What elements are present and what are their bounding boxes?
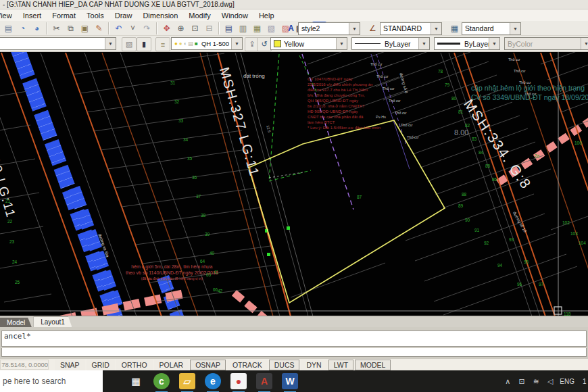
- menu-item-dimension[interactable]: Dimension: [137, 10, 183, 21]
- menu-item-view[interactable]: View: [0, 10, 18, 21]
- workspace-combo[interactable]: ▼: [0, 37, 116, 50]
- file-explorer-icon: ▱: [184, 376, 191, 387]
- status-toggle-osnap[interactable]: OSNAP: [190, 360, 226, 370]
- linetype-value: ByLayer: [385, 40, 411, 48]
- menu-item-tools[interactable]: Tools: [81, 10, 109, 21]
- sheetset-manager-icon[interactable]: ▧: [264, 22, 278, 35]
- menu-item-modify[interactable]: Modify: [183, 10, 216, 21]
- layer-previous-icon[interactable]: ↺: [257, 37, 272, 51]
- dashed-frame-icon[interactable]: ▧: [122, 37, 137, 51]
- match-properties-icon[interactable]: ✎: [92, 22, 106, 35]
- status-toggle-model[interactable]: MODEL: [355, 360, 391, 370]
- menu-item-help[interactable]: Help: [253, 10, 280, 21]
- tab-model[interactable]: Model: [0, 318, 32, 328]
- red-annotation-line: * Lưu ý: Đất 1.5/45km eo: đảm bảo xmin: [308, 125, 381, 130]
- tray-volume-icon[interactable]: ◁: [547, 377, 553, 385]
- publish-icon[interactable]: ◔: [16, 22, 30, 35]
- menu-item-draw[interactable]: Draw: [109, 10, 138, 21]
- table-style-icon[interactable]: ▦: [447, 22, 462, 35]
- linetype-combo[interactable]: ByLayer ▼: [351, 37, 430, 50]
- zoom-window-icon[interactable]: ⊡: [188, 22, 202, 35]
- parcel-number: 82: [465, 124, 470, 128]
- command-input[interactable]: [1, 348, 587, 357]
- red-annotation-line: bs 2/2016: nhà ở nằm CNĐTKT: [308, 103, 381, 109]
- autocad-icon[interactable]: A: [256, 373, 272, 389]
- dim-style-icon[interactable]: ∠: [366, 22, 380, 35]
- paste-icon[interactable]: ▣: [78, 22, 92, 35]
- clock-partial[interactable]: 1: [583, 378, 588, 385]
- status-toggles: SNAPGRIDORTHOPOLAROSNAPOTRACKDUCSDYNLWTM…: [54, 360, 391, 370]
- status-toggle-grid[interactable]: GRID: [87, 360, 115, 370]
- status-toggle-ducs[interactable]: DUCS: [269, 360, 300, 370]
- red-annotation-line: CNĐT b/s các nhà phần đất đã: [308, 114, 381, 120]
- image-frame-icon[interactable]: ▮: [137, 37, 151, 51]
- file-explorer-icon[interactable]: ▱: [179, 373, 195, 389]
- taskbar-search-input[interactable]: pe here to search: [0, 370, 103, 392]
- properties-icon[interactable]: ▤: [222, 22, 236, 35]
- menu-item-insert[interactable]: Insert: [18, 10, 47, 21]
- designcenter-icon[interactable]: ▥: [236, 22, 250, 35]
- menu-item-window[interactable]: Window: [216, 10, 253, 21]
- lineweight-combo[interactable]: ByLayer ▼: [434, 37, 500, 50]
- redo-icon[interactable]: ↷: [140, 22, 154, 35]
- status-toggle-snap[interactable]: SNAP: [55, 360, 85, 370]
- tray-chevron-icon[interactable]: ∧: [505, 377, 510, 385]
- status-toggle-otrack[interactable]: OTRACK: [227, 360, 268, 370]
- text-style-combo[interactable]: style2 ▼: [298, 22, 360, 35]
- photos-app-icon[interactable]: ●: [230, 373, 247, 389]
- pan-icon[interactable]: ✥: [160, 22, 174, 35]
- coccoc-browser-icon[interactable]: c: [153, 373, 170, 389]
- parcel-number: 23: [9, 240, 14, 245]
- undo-dropdown-icon[interactable]: ˅: [126, 22, 140, 35]
- parcel-number: 103: [570, 232, 578, 237]
- edge-browser-icon[interactable]: e: [205, 373, 221, 389]
- status-toggle-lwt[interactable]: LWT: [328, 360, 353, 370]
- sheet-set-icon[interactable]: ▤: [1, 22, 16, 35]
- chevron-down-icon[interactable]: ▼: [231, 38, 242, 49]
- web-icon[interactable]: ◕: [30, 22, 44, 35]
- zoom-realtime-icon[interactable]: ⊕: [174, 22, 188, 35]
- chevron-down-icon[interactable]: ▼: [336, 38, 347, 49]
- layer-lock-icon: ◐: [184, 41, 187, 47]
- chevron-down-icon[interactable]: ▼: [489, 38, 499, 49]
- parcel-number: 91: [474, 228, 479, 233]
- status-toggle-ortho[interactable]: ORTHO: [116, 360, 153, 370]
- chevron-down-icon[interactable]: ▼: [418, 38, 429, 49]
- parcel-number: 83: [472, 137, 476, 142]
- copy-icon[interactable]: ⧉: [64, 22, 78, 35]
- drawing-canvas[interactable]: MSH:327 LG:11MSH:334. G:8MSH:310 LG:11đấ…: [0, 52, 588, 316]
- command-history[interactable]: ancel*: [1, 330, 587, 347]
- parcel-number: 25: [15, 280, 20, 285]
- cut-icon[interactable]: ✂: [49, 22, 64, 35]
- tab-layout1[interactable]: Layout1: [33, 316, 72, 328]
- tool-palettes-icon[interactable]: ▦: [250, 22, 264, 35]
- parcel-use-label: Thổ cư: [407, 136, 418, 140]
- table-style-combo[interactable]: Standard ▼: [462, 22, 521, 35]
- status-toggle-dyn[interactable]: DYN: [301, 360, 326, 370]
- tray-network-icon[interactable]: ≋: [533, 377, 539, 385]
- chevron-down-icon[interactable]: ▼: [510, 23, 520, 34]
- word-icon: W: [285, 376, 294, 387]
- chevron-down-icon[interactable]: ▼: [349, 23, 360, 34]
- dim-style-combo[interactable]: STANDARD ▼: [380, 22, 442, 35]
- language-indicator[interactable]: ENG: [560, 378, 574, 385]
- zoom-previous-icon[interactable]: ⊟: [202, 22, 216, 35]
- chevron-down-icon[interactable]: ▼: [431, 23, 441, 34]
- tray-touchpad-icon[interactable]: ⊡: [518, 377, 524, 385]
- chevron-down-icon[interactable]: ▼: [105, 38, 116, 49]
- parcel-number: 66: [213, 288, 218, 293]
- parcel-number: 94: [497, 264, 502, 268]
- word-icon[interactable]: W: [282, 373, 298, 389]
- text-style-icon[interactable]: A: [284, 22, 298, 35]
- system-tray: ∧⊡≋◁ ENG 1: [501, 377, 588, 386]
- status-toggle-polar[interactable]: POLAR: [154, 360, 189, 370]
- layer-manager-icon[interactable]: ≡: [155, 37, 170, 51]
- red-annotation-line: 23/3/2016 v/v điều chỉnh phương án: [308, 82, 381, 87]
- task-view-icon[interactable]: ▦: [128, 373, 144, 389]
- color-combo[interactable]: Yellow ▼: [270, 37, 347, 50]
- undo-icon[interactable]: ↶: [112, 22, 126, 35]
- styles-toolbar: A style2 ▼ ∠ STANDARD ▼ ▦ Standard ▼: [284, 22, 521, 35]
- menu-item-format[interactable]: Format: [47, 10, 81, 21]
- red-annotation-line: theo vb số 1140/UBND-ĐT ngày 20/02/2018: [126, 270, 218, 276]
- layer-combo[interactable]: ●●◐▤■ QH 1-500 ▼: [171, 37, 243, 50]
